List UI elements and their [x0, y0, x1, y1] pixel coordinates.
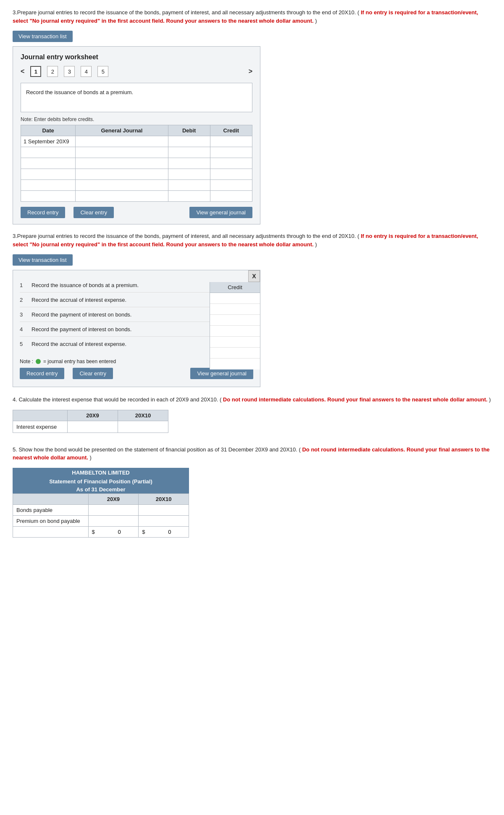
credit-panel-row[interactable] — [210, 304, 260, 315]
credit-panel-row[interactable] — [210, 315, 260, 326]
debit-input-2[interactable] — [171, 149, 207, 156]
journal-input-5[interactable] — [78, 182, 165, 188]
credit-panel-input-1[interactable] — [210, 293, 260, 302]
debit-input-4[interactable] — [171, 171, 207, 177]
record-entry-button-1[interactable]: Record entry — [21, 207, 65, 218]
debit-input-1[interactable] — [171, 138, 207, 145]
view-transaction-btn-1[interactable]: View transaction list — [13, 31, 73, 42]
clear-entry-button-1[interactable]: Clear entry — [74, 207, 114, 218]
debit-input-3[interactable] — [171, 160, 207, 166]
worksheet-title: Journal entry worksheet — [21, 53, 252, 61]
view-general-journal-button-1[interactable]: View general journal — [189, 207, 252, 218]
credit-input-4[interactable] — [213, 171, 249, 177]
premium-label: Premium on bond payable — [13, 515, 89, 526]
credit-panel-row[interactable] — [210, 337, 260, 348]
debit-cell-3[interactable] — [168, 158, 210, 169]
credit-cell-2[interactable] — [210, 147, 252, 158]
journal-cell-3[interactable] — [76, 158, 168, 169]
credit-panel-input-5[interactable] — [210, 337, 260, 346]
trans-num-2: 2 — [20, 297, 27, 303]
premium-val2[interactable] — [139, 515, 189, 526]
financial-position-table-wrapper: HAMBELTON LIMITED Statement of Financial… — [13, 468, 189, 538]
credit-panel-row[interactable] — [210, 348, 260, 359]
credit-panel-row[interactable] — [210, 359, 260, 369]
credit-input-3[interactable] — [213, 160, 249, 166]
interest-expense-input-2[interactable] — [121, 424, 165, 430]
journal-input-4[interactable] — [78, 171, 165, 177]
credit-panel-row[interactable] — [210, 293, 260, 304]
tab-5[interactable]: 5 — [97, 66, 108, 77]
next-tab-arrow[interactable]: > — [249, 68, 252, 75]
debit-input-5[interactable] — [171, 182, 207, 188]
premium-input-2[interactable] — [142, 518, 185, 524]
credit-cell-3[interactable] — [210, 158, 252, 169]
col-general-journal: General Journal — [76, 125, 168, 136]
view-transaction-btn-2[interactable]: View transaction list — [13, 254, 73, 266]
record-entry-button-2[interactable]: Record entry — [20, 368, 64, 379]
table-row — [21, 180, 252, 191]
note-dot-text: = journal entry has been entered — [43, 359, 116, 364]
bonds-payable-val1[interactable] — [88, 504, 139, 515]
premium-val1[interactable] — [88, 515, 139, 526]
total-val1-cell[interactable]: $ — [88, 526, 139, 537]
debit-cell-4[interactable] — [168, 169, 210, 180]
debit-cell-5[interactable] — [168, 180, 210, 191]
debit-cell-6[interactable] — [168, 191, 210, 202]
bonds-payable-val2[interactable] — [139, 504, 189, 515]
journal-cell-6[interactable] — [76, 191, 168, 202]
credit-panel-input-2[interactable] — [210, 304, 260, 313]
tab-2[interactable]: 2 — [47, 66, 58, 77]
total-input-2[interactable] — [146, 529, 171, 535]
journal-input-3[interactable] — [78, 160, 165, 166]
total-val2-cell[interactable]: $ — [139, 526, 189, 537]
credit-cell-6[interactable] — [210, 191, 252, 202]
debit-input-6[interactable] — [171, 193, 207, 199]
close-button[interactable]: X — [248, 270, 260, 282]
journal-cell-4[interactable] — [76, 169, 168, 180]
credit-cell-4[interactable] — [210, 169, 252, 180]
journal-cell-5[interactable] — [76, 180, 168, 191]
credit-input-2[interactable] — [213, 149, 249, 156]
view-general-journal-button-2[interactable]: View general journal — [190, 368, 253, 379]
credit-input-5[interactable] — [213, 182, 249, 188]
premium-input-1[interactable] — [92, 518, 135, 524]
tab-3[interactable]: 3 — [64, 66, 75, 77]
credit-panel-row[interactable] — [210, 326, 260, 337]
credit-panel-input-4[interactable] — [210, 326, 260, 335]
financial-position-table: 20X9 20X10 Bonds payable Premium on bond… — [13, 493, 189, 538]
interest-expense-val1[interactable] — [68, 421, 118, 433]
credit-cell-1[interactable] — [210, 136, 252, 147]
total-input-1[interactable] — [96, 529, 121, 535]
credit-panel-input-3[interactable] — [210, 315, 260, 324]
bonds-payable-input-1[interactable] — [92, 507, 135, 513]
journal-cell-1[interactable] — [76, 136, 168, 147]
section4-instruction: 4. Calculate the interest expense that w… — [13, 396, 491, 404]
interest-expense-input-1[interactable] — [71, 424, 114, 430]
col-debit: Debit — [168, 125, 210, 136]
bonds-payable-input-2[interactable] — [142, 507, 185, 513]
debit-cell-2[interactable] — [168, 147, 210, 158]
credit-input-6[interactable] — [213, 193, 249, 199]
table-row — [21, 147, 252, 158]
credit-panel-input-6[interactable] — [210, 348, 260, 356]
clear-entry-button-2[interactable]: Clear entry — [73, 368, 113, 379]
interest-expense-row: Interest expense — [13, 421, 168, 433]
dollar-symbol-1: $ — [92, 529, 95, 535]
debit-cell-1[interactable] — [168, 136, 210, 147]
journal-cell-2[interactable] — [76, 147, 168, 158]
tab-1[interactable]: 1 — [30, 66, 41, 77]
date-cell-1: 1 September 20X9 — [21, 136, 76, 147]
interest-expense-val2[interactable] — [118, 421, 168, 433]
instruction-text-5: 5. Show how the bond would be presented … — [13, 446, 301, 453]
journal-input-2[interactable] — [78, 149, 165, 156]
credit-input-1[interactable] — [213, 138, 249, 145]
credit-panel-input-7[interactable] — [210, 359, 260, 367]
prev-tab-arrow[interactable]: < — [21, 68, 24, 75]
transaction-panel: X 1 Record the issuance of bonds at a pr… — [13, 270, 260, 387]
journal-table: Date General Journal Debit Credit 1 Sept… — [21, 125, 252, 202]
trans-num-5: 5 — [20, 341, 27, 347]
tab-4[interactable]: 4 — [81, 66, 92, 77]
journal-input-6[interactable] — [78, 193, 165, 199]
journal-input-1[interactable] — [78, 138, 165, 145]
credit-cell-5[interactable] — [210, 180, 252, 191]
